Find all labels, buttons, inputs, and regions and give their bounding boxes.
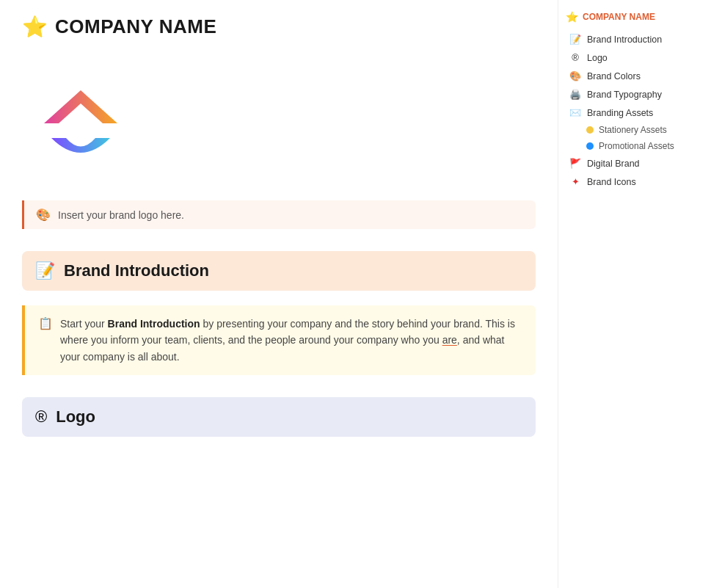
intro-underline-text: are xyxy=(442,334,457,346)
sidebar-promotional-label: Promotional Assets xyxy=(599,141,674,151)
callout-text: Insert your brand logo here. xyxy=(58,209,184,221)
brand-icons-nav-icon: ✦ xyxy=(569,176,582,187)
sidebar-item-brand-introduction[interactable]: 📝 Brand Introduction xyxy=(566,30,701,48)
star-icon: ⭐ xyxy=(22,15,48,39)
digital-brand-nav-icon: 🚩 xyxy=(569,158,582,169)
brand-introduction-title: Brand Introduction xyxy=(64,261,209,280)
sidebar-item-branding-assets[interactable]: ✉️ Branding Assets xyxy=(566,104,701,122)
page-title: COMPANY NAME xyxy=(55,15,216,38)
logo-nav-icon: ® xyxy=(569,52,582,63)
sidebar-digital-brand-label: Digital Brand xyxy=(587,159,640,169)
brand-intro-callout: 📋 Start your Brand Introduction by prese… xyxy=(22,305,536,375)
sidebar-item-stationery-assets[interactable]: Stationery Assets xyxy=(566,122,701,138)
sidebar-item-logo[interactable]: ® Logo xyxy=(566,48,701,67)
brand-colors-nav-icon: 🎨 xyxy=(569,70,582,81)
brand-intro-nav-icon: 📝 xyxy=(569,34,582,45)
brand-intro-icon: 📝 xyxy=(35,261,55,280)
logo-section-heading: ® Logo xyxy=(22,397,536,437)
logo-section-icon: ® xyxy=(35,407,47,427)
page-header: ⭐ COMPANY NAME xyxy=(22,15,536,39)
sidebar-brand-icons-label: Brand Icons xyxy=(587,177,636,187)
intro-callout-icon: 📋 xyxy=(38,316,53,365)
sidebar-branding-assets-label: Branding Assets xyxy=(587,108,653,118)
sidebar-item-brand-colors[interactable]: 🎨 Brand Colors xyxy=(566,67,701,85)
sidebar-company-label: COMPANY NAME xyxy=(583,12,655,22)
promotional-dot-icon xyxy=(586,142,594,150)
sidebar-item-brand-typography[interactable]: 🖨️ Brand Typography xyxy=(566,85,701,104)
sidebar-brand-typography-label: Brand Typography xyxy=(587,90,662,100)
stationery-dot-icon xyxy=(586,126,594,134)
sidebar-logo-label: Logo xyxy=(587,53,608,63)
logo-display-area xyxy=(22,61,536,178)
sidebar-item-brand-icons[interactable]: ✦ Brand Icons xyxy=(566,173,701,191)
sidebar-stationery-label: Stationery Assets xyxy=(599,125,667,135)
insert-logo-callout: 🎨 Insert your brand logo here. xyxy=(22,200,536,229)
intro-callout-body: Start your Brand Introduction by present… xyxy=(60,316,522,365)
sidebar-brand-colors-label: Brand Colors xyxy=(587,71,641,81)
logo-section-title: Logo xyxy=(56,407,95,427)
intro-text-before: Start your xyxy=(60,318,108,330)
main-content: ⭐ COMPANY NAME 🎨 Insert your xyxy=(0,0,558,588)
sidebar-company-name[interactable]: ⭐ COMPANY NAME xyxy=(566,11,701,23)
sidebar-item-promotional-assets[interactable]: Promotional Assets xyxy=(566,138,701,154)
branding-assets-nav-icon: ✉️ xyxy=(569,107,582,118)
sidebar-brand-intro-label: Brand Introduction xyxy=(587,35,662,45)
sidebar: ⭐ COMPANY NAME 📝 Brand Introduction ® Lo… xyxy=(558,0,708,588)
brand-typography-nav-icon: 🖨️ xyxy=(569,89,582,100)
brand-introduction-heading: 📝 Brand Introduction xyxy=(22,251,536,291)
callout-icon: 🎨 xyxy=(36,208,51,222)
brand-logo-svg xyxy=(22,61,139,178)
sidebar-item-digital-brand[interactable]: 🚩 Digital Brand xyxy=(566,154,701,173)
sidebar-star-icon: ⭐ xyxy=(566,11,578,23)
intro-bold-text: Brand Introduction xyxy=(108,318,200,330)
